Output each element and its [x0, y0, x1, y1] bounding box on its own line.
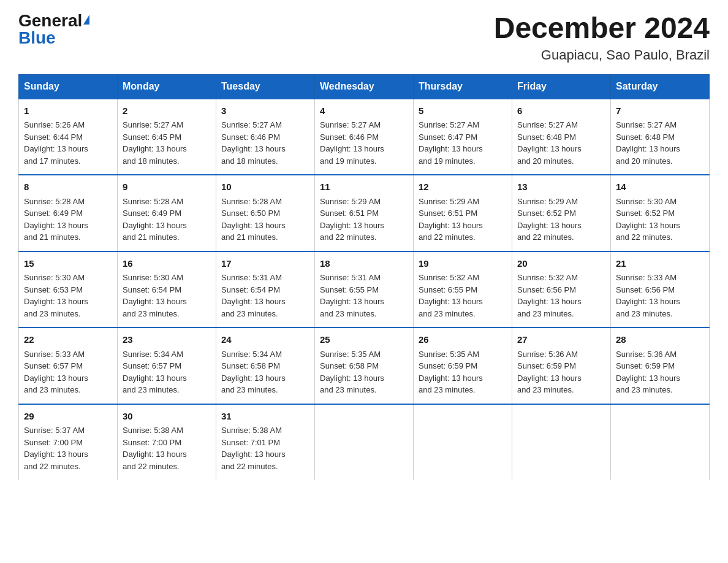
table-row: 20 Sunrise: 5:32 AMSunset: 6:56 PMDaylig… — [512, 251, 611, 328]
table-row — [512, 404, 611, 480]
table-row: 22 Sunrise: 5:33 AMSunset: 6:57 PMDaylig… — [19, 327, 118, 404]
table-row: 14 Sunrise: 5:30 AMSunset: 6:52 PMDaylig… — [611, 175, 710, 251]
calendar-title: December 2024 — [494, 12, 710, 45]
day-number: 6 — [517, 104, 605, 118]
day-info: Sunrise: 5:27 AMSunset: 6:45 PMDaylight:… — [123, 120, 187, 166]
day-number: 19 — [419, 257, 507, 271]
table-row: 19 Sunrise: 5:32 AMSunset: 6:55 PMDaylig… — [414, 251, 512, 328]
day-number: 26 — [419, 333, 507, 347]
day-number: 7 — [616, 104, 704, 118]
day-info: Sunrise: 5:28 AMSunset: 6:50 PMDaylight:… — [221, 197, 286, 242]
day-number: 2 — [123, 104, 211, 118]
day-number: 9 — [123, 180, 211, 194]
day-info: Sunrise: 5:36 AMSunset: 6:59 PMDaylight:… — [517, 350, 582, 395]
calendar-week-row: 22 Sunrise: 5:33 AMSunset: 6:57 PMDaylig… — [19, 327, 710, 404]
day-number: 16 — [123, 257, 211, 271]
day-info: Sunrise: 5:32 AMSunset: 6:55 PMDaylight:… — [419, 273, 483, 318]
day-info: Sunrise: 5:29 AMSunset: 6:51 PMDaylight:… — [419, 197, 483, 242]
day-number: 21 — [616, 257, 704, 271]
day-number: 11 — [320, 180, 408, 194]
table-row: 31 Sunrise: 5:38 AMSunset: 7:01 PMDaylig… — [216, 404, 315, 480]
day-info: Sunrise: 5:33 AMSunset: 6:56 PMDaylight:… — [616, 273, 680, 318]
day-number: 5 — [419, 104, 507, 118]
day-number: 22 — [24, 333, 112, 347]
day-info: Sunrise: 5:32 AMSunset: 6:56 PMDaylight:… — [517, 273, 582, 318]
title-block: December 2024 Guapiacu, Sao Paulo, Brazi… — [494, 12, 710, 63]
day-info: Sunrise: 5:31 AMSunset: 6:54 PMDaylight:… — [221, 273, 286, 318]
day-number: 3 — [221, 104, 309, 118]
table-row — [611, 404, 710, 480]
table-row: 23 Sunrise: 5:34 AMSunset: 6:57 PMDaylig… — [118, 327, 216, 404]
table-row: 3 Sunrise: 5:27 AMSunset: 6:46 PMDayligh… — [216, 99, 315, 175]
day-info: Sunrise: 5:28 AMSunset: 6:49 PMDaylight:… — [123, 197, 187, 242]
day-info: Sunrise: 5:27 AMSunset: 6:47 PMDaylight:… — [419, 120, 483, 166]
calendar-week-row: 1 Sunrise: 5:26 AMSunset: 6:44 PMDayligh… — [19, 99, 710, 175]
day-info: Sunrise: 5:35 AMSunset: 6:58 PMDaylight:… — [320, 350, 384, 395]
day-number: 28 — [616, 333, 704, 347]
day-number: 27 — [517, 333, 605, 347]
day-info: Sunrise: 5:35 AMSunset: 6:59 PMDaylight:… — [419, 350, 483, 395]
table-row: 13 Sunrise: 5:29 AMSunset: 6:52 PMDaylig… — [512, 175, 611, 251]
day-number: 23 — [123, 333, 211, 347]
logo: General Blue — [18, 12, 89, 47]
day-number: 30 — [123, 410, 211, 424]
table-row: 2 Sunrise: 5:27 AMSunset: 6:45 PMDayligh… — [118, 99, 216, 175]
table-row: 6 Sunrise: 5:27 AMSunset: 6:48 PMDayligh… — [512, 99, 611, 175]
day-number: 10 — [221, 180, 309, 194]
header: General Blue December 2024 Guapiacu, Sao… — [18, 12, 710, 63]
col-wednesday: Wednesday — [315, 74, 414, 99]
day-info: Sunrise: 5:38 AMSunset: 7:01 PMDaylight:… — [221, 426, 286, 471]
logo-triangle-icon — [83, 15, 89, 25]
day-number: 13 — [517, 180, 605, 194]
table-row: 25 Sunrise: 5:35 AMSunset: 6:58 PMDaylig… — [315, 327, 414, 404]
table-row — [414, 404, 512, 480]
table-row: 1 Sunrise: 5:26 AMSunset: 6:44 PMDayligh… — [19, 99, 118, 175]
day-number: 17 — [221, 257, 309, 271]
day-info: Sunrise: 5:28 AMSunset: 6:49 PMDaylight:… — [24, 197, 88, 242]
table-row: 15 Sunrise: 5:30 AMSunset: 6:53 PMDaylig… — [19, 251, 118, 328]
day-number: 25 — [320, 333, 408, 347]
table-row — [315, 404, 414, 480]
calendar-table: Sunday Monday Tuesday Wednesday Thursday… — [18, 74, 710, 480]
day-info: Sunrise: 5:34 AMSunset: 6:58 PMDaylight:… — [221, 350, 286, 395]
col-sunday: Sunday — [19, 74, 118, 99]
day-info: Sunrise: 5:26 AMSunset: 6:44 PMDaylight:… — [24, 120, 88, 166]
day-info: Sunrise: 5:30 AMSunset: 6:52 PMDaylight:… — [616, 197, 680, 242]
table-row: 5 Sunrise: 5:27 AMSunset: 6:47 PMDayligh… — [414, 99, 512, 175]
table-row: 4 Sunrise: 5:27 AMSunset: 6:46 PMDayligh… — [315, 99, 414, 175]
day-info: Sunrise: 5:36 AMSunset: 6:59 PMDaylight:… — [616, 350, 680, 395]
day-info: Sunrise: 5:34 AMSunset: 6:57 PMDaylight:… — [123, 350, 187, 395]
day-info: Sunrise: 5:27 AMSunset: 6:46 PMDaylight:… — [221, 120, 286, 166]
day-number: 1 — [24, 104, 112, 118]
logo-blue-text: Blue — [18, 28, 56, 47]
day-number: 8 — [24, 180, 112, 194]
calendar-week-row: 29 Sunrise: 5:37 AMSunset: 7:00 PMDaylig… — [19, 404, 710, 480]
day-info: Sunrise: 5:33 AMSunset: 6:57 PMDaylight:… — [24, 350, 88, 395]
day-info: Sunrise: 5:38 AMSunset: 7:00 PMDaylight:… — [123, 426, 187, 471]
day-number: 12 — [419, 180, 507, 194]
day-info: Sunrise: 5:27 AMSunset: 6:48 PMDaylight:… — [616, 120, 680, 166]
table-row: 12 Sunrise: 5:29 AMSunset: 6:51 PMDaylig… — [414, 175, 512, 251]
col-tuesday: Tuesday — [216, 74, 315, 99]
table-row: 27 Sunrise: 5:36 AMSunset: 6:59 PMDaylig… — [512, 327, 611, 404]
table-row: 17 Sunrise: 5:31 AMSunset: 6:54 PMDaylig… — [216, 251, 315, 328]
table-row: 24 Sunrise: 5:34 AMSunset: 6:58 PMDaylig… — [216, 327, 315, 404]
table-row: 28 Sunrise: 5:36 AMSunset: 6:59 PMDaylig… — [611, 327, 710, 404]
day-number: 4 — [320, 104, 408, 118]
day-info: Sunrise: 5:29 AMSunset: 6:52 PMDaylight:… — [517, 197, 582, 242]
col-saturday: Saturday — [611, 74, 710, 99]
day-number: 15 — [24, 257, 112, 271]
calendar-week-row: 15 Sunrise: 5:30 AMSunset: 6:53 PMDaylig… — [19, 251, 710, 328]
day-info: Sunrise: 5:27 AMSunset: 6:48 PMDaylight:… — [517, 120, 582, 166]
col-thursday: Thursday — [414, 74, 512, 99]
col-monday: Monday — [118, 74, 216, 99]
calendar-subtitle: Guapiacu, Sao Paulo, Brazil — [494, 47, 710, 63]
table-row: 11 Sunrise: 5:29 AMSunset: 6:51 PMDaylig… — [315, 175, 414, 251]
table-row: 18 Sunrise: 5:31 AMSunset: 6:55 PMDaylig… — [315, 251, 414, 328]
day-number: 31 — [221, 410, 309, 424]
table-row: 26 Sunrise: 5:35 AMSunset: 6:59 PMDaylig… — [414, 327, 512, 404]
table-row: 9 Sunrise: 5:28 AMSunset: 6:49 PMDayligh… — [118, 175, 216, 251]
day-info: Sunrise: 5:30 AMSunset: 6:53 PMDaylight:… — [24, 273, 88, 318]
day-number: 20 — [517, 257, 605, 271]
calendar-header-row: Sunday Monday Tuesday Wednesday Thursday… — [19, 74, 710, 99]
